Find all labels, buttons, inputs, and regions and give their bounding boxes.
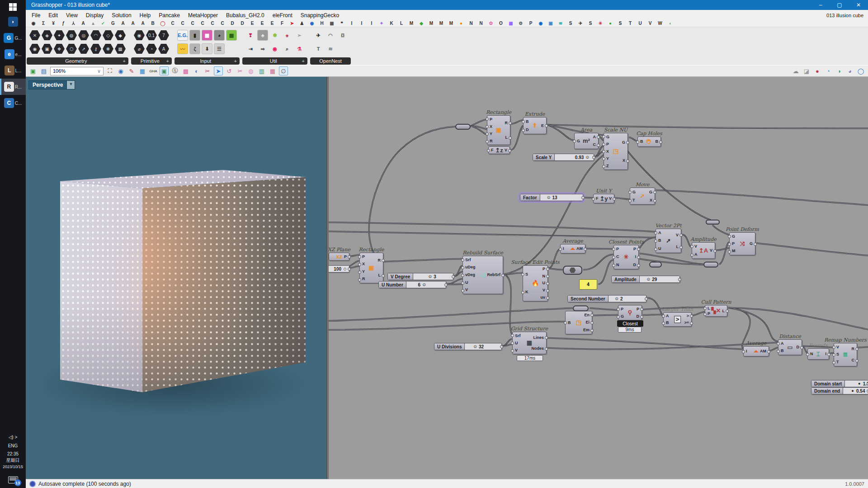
util-component-icon[interactable]: ➣ [294,30,305,41]
output-port-am[interactable]: AM [759,349,768,353]
output-nub[interactable] [597,136,600,139]
close-button[interactable]: ✕ [849,0,868,10]
input-port-srf[interactable]: Srf [464,258,472,262]
primitive-component-icon[interactable]: A [158,44,169,54]
output-nub[interactable] [645,297,648,300]
menu-display[interactable]: Display [82,11,108,20]
geometry-component-icon[interactable]: ❖ [54,44,65,54]
output-nub[interactable] [348,255,351,258]
gh-slider-unumber[interactable]: U Number⊙6 [378,281,446,288]
util-component-icon[interactable]: ⚹ [282,30,292,41]
component-tab-29[interactable]: H [317,20,327,27]
input-nub[interactable] [612,264,615,267]
slider-track[interactable]: ●0.54 [843,388,868,394]
component-tab-36[interactable]: K [387,20,396,27]
gh-panel[interactable]: 4 [579,279,597,290]
input-port-v[interactable]: V [464,288,469,292]
input-port-p[interactable]: P [706,312,712,316]
gh-node-unitz1[interactable]: FV↥z [488,146,510,154]
component-tab-14[interactable]: C [168,20,178,27]
input-port-b[interactable]: B [566,321,572,325]
input-port-l[interactable]: L [706,306,712,310]
slider-track[interactable]: ⊙0.93 [555,154,594,160]
input-port-g[interactable]: G [619,314,625,319]
geometry-component-icon[interactable]: ⬡ [66,44,77,54]
gh-node-bounds[interactable]: BoundsNI⌶ [807,348,829,360]
output-nub[interactable] [626,160,629,163]
gh-node-extrude[interactable]: ExtrudeBDE⬆ [523,117,547,134]
output-port-am[interactable]: AM [575,247,584,251]
input-component-icon[interactable]: ▩ [226,30,237,41]
component-tab-3[interactable]: ƒ [58,20,68,27]
slider-track[interactable]: ⊙2 [609,296,646,302]
output-nub[interactable] [590,329,594,332]
input-component-icon[interactable]: ☰ [214,43,225,54]
ribbon-group-label-util[interactable]: Util+ [242,57,307,65]
geometry-component-icon[interactable]: ◍ [66,30,77,40]
geometry-component-icon[interactable]: ▦ [115,44,126,54]
preview-eye-icon[interactable]: ◉ [116,66,125,75]
input-port-i[interactable]: I [561,247,566,251]
output-nub[interactable] [545,347,548,351]
component-tab-6[interactable]: ▲ [88,20,98,27]
input-nub[interactable] [522,129,525,132]
eraser-icon[interactable]: ◪ [802,66,811,75]
input-nub[interactable] [522,120,525,123]
gh-slider-secnum[interactable]: Second Number⊙2 [567,295,646,302]
input-port-n[interactable]: N [615,263,621,267]
input-port-p[interactable]: P [731,242,736,246]
geometry-component-icon[interactable]: ▣ [42,44,52,54]
input-port-m[interactable]: M [731,249,737,253]
input-nub[interactable] [728,235,731,238]
input-nub[interactable] [511,342,514,345]
output-nub[interactable] [637,256,640,259]
gh-relay[interactable] [573,305,589,311]
component-tab-31[interactable]: ❝ [337,20,347,27]
taskbar-item-r[interactable]: RR... [0,79,26,95]
gh-slider-domend[interactable]: Domain end●0.54 [811,387,868,394]
input-nub[interactable] [521,273,524,276]
input-nub[interactable] [461,266,464,269]
gh-node-rebuild[interactable]: Rebuild SurfaceSrfuDegvDegUVRebSrf◁ [462,256,503,294]
slider-track[interactable]: ⊙13 [540,194,583,201]
input-port-v[interactable]: V [514,348,519,352]
maximize-button[interactable]: ▢ [830,0,849,10]
output-nub[interactable] [637,248,640,251]
input-port-d[interactable]: D [524,128,530,132]
gh-node-capholes[interactable]: Cap HolesBB⛑ [637,136,661,147]
camera-icon[interactable]: ▦ [138,66,147,75]
ribbon-group-label-geometry[interactable]: Geometry+ [27,57,128,65]
input-port-r[interactable]: R [361,277,367,281]
disc-icon[interactable]: ◍ [246,66,255,75]
input-nub[interactable] [573,140,576,143]
component-tab-47[interactable]: O [496,20,506,27]
output-nub[interactable] [653,199,656,202]
geometry-component-icon[interactable]: ❋ [103,44,113,54]
minimize-button[interactable]: – [811,0,830,10]
component-tab-10[interactable]: A [128,20,138,27]
selection-arrow-icon[interactable]: ➤ [214,66,223,75]
geometry-component-icon[interactable]: ◉ [29,44,40,54]
gamepad-icon[interactable]: ▥ [257,66,266,75]
input-port-f[interactable]: F [594,197,600,201]
output-nub[interactable] [501,274,505,277]
input-port-udeg[interactable]: uDeg [464,265,477,269]
rhino-viewport[interactable]: Perspective ▼ [26,77,326,479]
history-icon[interactable]: ↺ [225,66,234,75]
viewport-dropdown-icon[interactable]: ▼ [67,80,75,89]
component-tab-50[interactable]: P [526,20,536,27]
display-shaded-icon[interactable]: ◔ [824,66,833,75]
input-port-i[interactable]: I [745,349,749,353]
input-port-x[interactable]: X [361,262,366,266]
output-nub[interactable] [546,296,549,300]
display-wire-icon[interactable]: ◕ [845,66,854,75]
output-nub[interactable] [726,310,729,313]
output-nub[interactable] [827,353,830,356]
gh-node-distance[interactable]: DistanceABD▭ [778,339,802,355]
taskbar-item-g[interactable]: GG... [0,30,26,46]
input-nub[interactable] [703,313,707,316]
component-tab-41[interactable]: M [436,20,446,27]
component-tab-19[interactable]: C [217,20,227,27]
input-port-u[interactable]: U [657,247,663,251]
slider-knob[interactable]: ⊙ [615,296,618,301]
